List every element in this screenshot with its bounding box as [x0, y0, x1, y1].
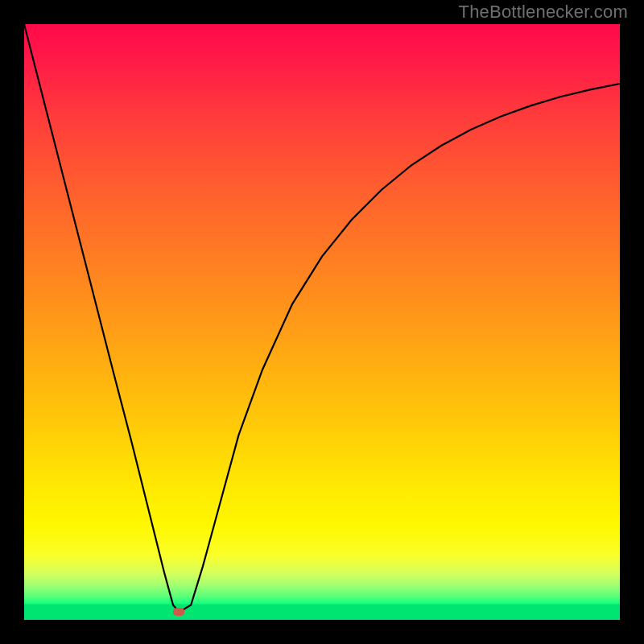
chart-frame: TheBottlenecker.com: [0, 0, 644, 644]
plot-area: [24, 24, 620, 620]
watermark-text: TheBottlenecker.com: [459, 2, 628, 23]
curve-path: [24, 24, 620, 612]
bottleneck-curve: [24, 24, 620, 620]
min-marker: [173, 608, 184, 616]
